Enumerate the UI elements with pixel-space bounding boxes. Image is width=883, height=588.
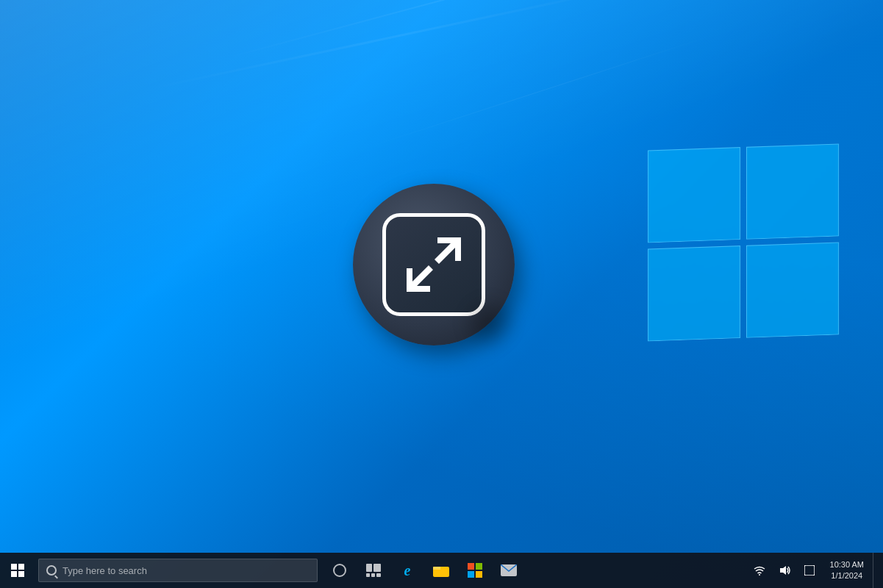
win-logo-pane-bl: [648, 245, 740, 341]
svg-marker-15: [780, 566, 786, 575]
center-icon-wrapper: [353, 184, 515, 345]
show-desktop-button[interactable]: [873, 553, 877, 588]
svg-point-14: [759, 574, 760, 576]
taskview-button[interactable]: [357, 553, 390, 588]
clock-time: 10:30 AM: [830, 559, 864, 570]
svg-rect-9: [468, 563, 474, 570]
svg-rect-4: [366, 573, 370, 577]
start-button[interactable]: [0, 553, 35, 588]
network-icon: [754, 565, 765, 576]
taskbar-right: 10:30 AM 1/1/2024: [748, 553, 883, 588]
store-icon: [468, 563, 482, 578]
svg-rect-2: [366, 564, 372, 572]
taskview-icon: [366, 564, 381, 577]
search-icon: [46, 565, 57, 576]
svg-rect-16: [804, 565, 815, 576]
system-clock[interactable]: 10:30 AM 1/1/2024: [824, 553, 870, 588]
volume-icon: [779, 565, 790, 576]
edge-icon: e: [404, 562, 411, 579]
edge-button[interactable]: e: [391, 553, 423, 588]
cortana-button[interactable]: [323, 553, 356, 588]
win-logo-pane-br: [746, 242, 839, 337]
notification-tray-icon[interactable]: [798, 553, 821, 588]
svg-rect-6: [376, 573, 381, 577]
network-tray-icon[interactable]: [748, 553, 771, 588]
notification-icon: [804, 565, 815, 576]
svg-marker-0: [435, 237, 461, 264]
mail-icon: [501, 564, 517, 576]
windows-logo: [648, 147, 839, 345]
store-button[interactable]: [459, 553, 491, 588]
win-logo-pane-tl: [648, 147, 740, 243]
svg-rect-5: [371, 573, 375, 577]
svg-rect-11: [468, 571, 474, 578]
mail-button[interactable]: [493, 553, 525, 588]
svg-rect-3: [373, 564, 381, 572]
file-explorer-button[interactable]: [425, 553, 457, 588]
resize-arrows-icon: [401, 232, 467, 298]
search-bar[interactable]: Type here to search: [38, 559, 318, 582]
folder-icon: [433, 564, 449, 577]
volume-tray-icon[interactable]: [773, 553, 796, 588]
light-streak-1: [221, 0, 647, 60]
svg-marker-1: [407, 265, 433, 292]
light-streak-3: [368, 34, 718, 148]
desktop: Type here to search e: [0, 0, 883, 588]
light-streak-2: [147, 0, 651, 90]
taskbar: Type here to search e: [0, 553, 883, 588]
win-logo-pane-tr: [746, 143, 839, 239]
windows-start-icon: [11, 564, 24, 577]
search-placeholder-text: Type here to search: [62, 565, 147, 576]
system-tray: [748, 553, 821, 588]
svg-rect-10: [476, 563, 482, 570]
cortana-icon: [333, 564, 346, 577]
taskbar-icons-group: e: [323, 553, 525, 588]
clock-date: 1/1/2024: [831, 570, 862, 581]
resize-icon-box: [382, 213, 485, 316]
app-icon-circle: [353, 184, 515, 345]
svg-rect-12: [476, 571, 482, 578]
